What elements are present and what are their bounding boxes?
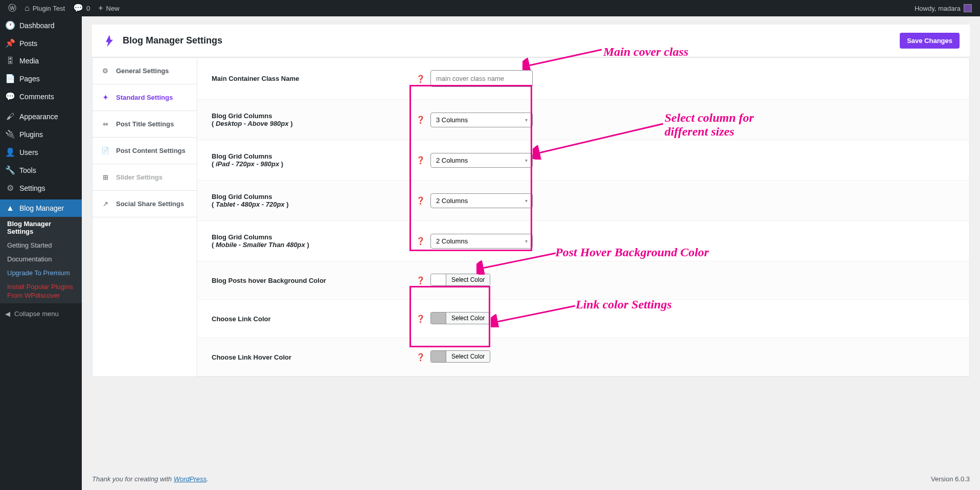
tab-icon: 📄 — [101, 147, 110, 154]
field-label: Main Container Class Name — [212, 75, 416, 82]
account-menu[interactable]: Howdy, madara — [910, 0, 976, 16]
menu-item-media[interactable]: 🎛Media — [0, 52, 82, 70]
field-label: Blog Grid Columns( iPad - 720px - 980px … — [212, 152, 416, 168]
help-icon[interactable]: ❓ — [416, 116, 430, 124]
page-header: Blog Manager Settings Save Changes — [92, 25, 970, 57]
page-icon: 📄 — [5, 74, 15, 83]
menu-label: Settings — [19, 184, 45, 192]
menu-label: Dashboard — [19, 21, 55, 30]
tab-label: Post Content Settings — [116, 147, 186, 154]
plus-icon: + — [98, 4, 103, 12]
flame-icon: ▲ — [5, 204, 15, 213]
new-label: New — [106, 5, 120, 12]
submenu-item-getting-started[interactable]: Getting Started — [0, 238, 82, 252]
tab-general-settings[interactable]: ⚙General Settings — [93, 58, 197, 84]
grid-columns-tablet-select[interactable]: 2 Columns — [430, 193, 533, 208]
row-grid-mobile: Blog Grid Columns( Mobile - Smaller Than… — [197, 221, 969, 261]
row-hover-bg-color: Blog Posts hover Background Color ❓ Sele… — [197, 261, 969, 300]
submenu-item-upgrade-to-premium[interactable]: Upgrade To Premium — [0, 266, 82, 280]
menu-label: Blog Manager — [19, 204, 64, 212]
grid-columns-mobile-select[interactable]: 2 Columns — [430, 234, 533, 249]
user-icon: 👤 — [5, 147, 15, 157]
row-link-color: Choose Link Color ❓ Select Color — [197, 300, 969, 338]
field-label: Blog Grid Columns( Desktop - Above 980px… — [212, 112, 416, 127]
menu-label: Pages — [19, 75, 40, 83]
help-icon[interactable]: ❓ — [416, 237, 430, 245]
collapse-label: Collapse menu — [14, 310, 59, 318]
main-container-class-input[interactable] — [430, 70, 533, 87]
blog-manager-submenu: Blog Manager SettingsGetting StartedDocu… — [0, 217, 82, 303]
help-icon[interactable]: ❓ — [416, 276, 430, 284]
menu-label: Media — [19, 57, 39, 65]
help-icon[interactable]: ❓ — [416, 353, 430, 361]
wordpress-icon: ⓦ — [8, 4, 16, 12]
tab-icon: ↗ — [101, 200, 110, 208]
tab-icon: ✦ — [101, 94, 110, 101]
hover-bg-color-picker[interactable]: Select Color — [430, 274, 490, 286]
wordpress-link[interactable]: WordPress — [174, 475, 207, 483]
page-title: Blog Manager Settings — [123, 35, 222, 46]
tab-slider-settings[interactable]: ⊞Slider Settings — [93, 164, 197, 191]
menu-label: Tools — [19, 166, 36, 174]
select-color-button[interactable]: Select Color — [446, 274, 490, 285]
menu-label: Comments — [19, 93, 54, 101]
menu-item-plugins[interactable]: 🔌Plugins — [0, 125, 82, 143]
link-color-picker[interactable]: Select Color — [430, 312, 490, 324]
tab-post-content-settings[interactable]: 📄Post Content Settings — [93, 138, 197, 164]
menu-item-comments[interactable]: 💬Comments — [0, 87, 82, 105]
menu-item-blog-manager[interactable]: ▲Blog Manager — [0, 199, 82, 217]
menu-item-settings[interactable]: ⚙Settings — [0, 179, 82, 197]
help-icon[interactable]: ❓ — [416, 156, 430, 164]
home-icon: ⌂ — [25, 4, 30, 12]
row-grid-ipad: Blog Grid Columns( iPad - 720px - 980px … — [197, 140, 969, 181]
menu-item-users[interactable]: 👤Users — [0, 143, 82, 161]
tab-label: Post Title Settings — [116, 120, 174, 128]
dashboard-icon: 🕐 — [5, 20, 15, 30]
settings-panel: ⚙General Settings✦Standard Settings⇔Post… — [92, 57, 970, 377]
help-icon[interactable]: ❓ — [416, 315, 430, 323]
settings-tabs: ⚙General Settings✦Standard Settings⇔Post… — [93, 58, 197, 376]
select-color-button[interactable]: Select Color — [446, 313, 490, 324]
content-area: Blog Manager Settings Save Changes ⚙Gene… — [82, 16, 980, 490]
footer-thanks: Thank you for creating with WordPress. — [92, 475, 209, 483]
menu-item-pages[interactable]: 📄Pages — [0, 70, 82, 87]
row-main-container-class: Main Container Class Name ❓ — [197, 58, 969, 100]
admin-menu: 🕐Dashboard📌Posts🎛Media📄Pages💬Comments🖌Ap… — [0, 16, 82, 490]
tab-icon: ⇔ — [101, 120, 110, 128]
link-hover-color-picker[interactable]: Select Color — [430, 350, 490, 363]
menu-item-dashboard[interactable]: 🕐Dashboard — [0, 16, 82, 34]
tab-icon: ⚙ — [101, 67, 110, 75]
pin-icon: 📌 — [5, 38, 15, 48]
help-icon[interactable]: ❓ — [416, 196, 430, 205]
select-color-button[interactable]: Select Color — [446, 351, 490, 362]
grid-columns-desktop-select[interactable]: 3 Columns — [430, 113, 533, 127]
tab-social-share-settings[interactable]: ↗Social Share Settings — [93, 191, 197, 217]
collapse-menu[interactable]: ◀Collapse menu — [0, 306, 82, 322]
site-name-menu[interactable]: ⌂Plugin Test — [20, 0, 69, 16]
submenu-item-documentation[interactable]: Documentation — [0, 252, 82, 266]
row-grid-tablet: Blog Grid Columns( Tablet - 480px - 720p… — [197, 181, 969, 221]
tab-label: Slider Settings — [116, 173, 163, 181]
save-changes-button[interactable]: Save Changes — [900, 33, 960, 49]
wp-logo-menu[interactable]: ⓦ — [4, 0, 20, 16]
comment-icon: 💬 — [5, 92, 15, 101]
menu-item-appearance[interactable]: 🖌Appearance — [0, 108, 82, 125]
help-icon[interactable]: ❓ — [416, 75, 430, 83]
submenu-item-blog-manager-settings[interactable]: Blog Manager Settings — [0, 217, 82, 238]
wp-footer: Thank you for creating with WordPress. V… — [82, 468, 980, 490]
plugin-icon: 🔌 — [5, 129, 15, 139]
plugin-logo-icon — [102, 34, 117, 48]
tab-post-title-settings[interactable]: ⇔Post Title Settings — [93, 111, 197, 138]
tab-standard-settings[interactable]: ✦Standard Settings — [93, 84, 197, 111]
comments-menu[interactable]: 💬0 — [69, 0, 94, 16]
comment-icon: 💬 — [73, 4, 83, 12]
grid-columns-ipad-select[interactable]: 2 Columns — [430, 153, 533, 168]
submenu-item-install-popular-plugins-from-wpdiscover[interactable]: Install Popular Plugins From WPdiscover — [0, 280, 82, 303]
tool-icon: 🔧 — [5, 165, 15, 175]
row-grid-desktop: Blog Grid Columns( Desktop - Above 980px… — [197, 100, 969, 140]
menu-item-tools[interactable]: 🔧Tools — [0, 161, 82, 179]
menu-item-posts[interactable]: 📌Posts — [0, 34, 82, 52]
comment-count: 0 — [86, 5, 90, 12]
collapse-icon: ◀ — [5, 310, 10, 318]
new-content-menu[interactable]: +New — [94, 0, 123, 16]
